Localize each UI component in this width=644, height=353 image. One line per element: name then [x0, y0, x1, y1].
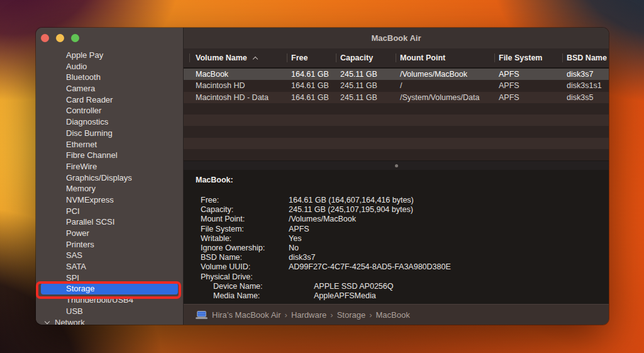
window-title: MacBook Air: [372, 33, 421, 43]
sidebar-item-bluetooth[interactable]: Bluetooth: [36, 72, 183, 83]
detail-value: No: [289, 244, 299, 253]
zoom-button[interactable]: [71, 34, 79, 42]
sidebar-item-apple-pay[interactable]: Apple Pay: [36, 50, 183, 61]
sidebar-item-power[interactable]: Power: [36, 228, 183, 239]
cell: APFS: [494, 80, 562, 91]
column-header-free[interactable]: Free: [287, 48, 336, 67]
column-header-capacity[interactable]: Capacity: [336, 48, 396, 67]
sidebar-item-ethernet[interactable]: Ethernet: [36, 139, 183, 150]
cell: /System/Volumes/Data: [396, 92, 494, 103]
cell: [562, 115, 609, 126]
detail-field-free: Free:164.61 GB (164,607,164,416 bytes): [196, 196, 609, 205]
column-header-volume-name[interactable]: Volume Name: [189, 48, 287, 67]
table-header: Volume NameFreeCapacityMount PointFile S…: [184, 48, 609, 69]
cell: [396, 149, 494, 160]
cell: [494, 115, 562, 126]
breadcrumb-separator: ›: [369, 310, 372, 320]
detail-field-device-name: Device Name:APPLE SSD AP0256Q: [196, 282, 609, 291]
detail-value: AD99F27C-4C7F-4254-8AD5-FA3A980D380E: [289, 262, 451, 272]
table-row-macintosh-hd[interactable]: Macintosh HD164.61 GB245.11 GB/APFSdisk3…: [184, 80, 609, 91]
cell: [336, 103, 396, 115]
sidebar-item-disc-burning[interactable]: Disc Burning: [36, 128, 183, 139]
column-header-bsd-name[interactable]: BSD Name: [562, 48, 609, 67]
column-header-label: Capacity: [340, 53, 373, 62]
cell: [184, 138, 287, 149]
cell: [184, 126, 287, 137]
table-row-empty: [184, 103, 609, 115]
cell: /: [396, 80, 494, 91]
cell: 245.11 GB: [336, 92, 396, 103]
sidebar-item-memory[interactable]: Memory: [36, 183, 183, 194]
cell: [494, 103, 562, 115]
table-row-macbook[interactable]: MacBook164.61 GB245.11 GB/Volumes/MacBoo…: [184, 69, 609, 80]
cell: [287, 103, 336, 115]
cell: 164.61 GB: [287, 69, 336, 80]
table-row-empty: [184, 115, 609, 126]
table-row-empty: [184, 149, 609, 160]
cell: [184, 103, 287, 115]
table-row-empty: [184, 138, 609, 149]
system-information-window: Apple PayAudioBluetoothCameraCard Reader…: [36, 28, 609, 325]
splitter-handle-icon: [395, 164, 398, 167]
cell: [494, 149, 562, 160]
sidebar-item-spi[interactable]: SPI: [36, 272, 183, 284]
sidebar-item-graphics-displays[interactable]: Graphics/Displays: [36, 172, 183, 184]
cell: APFS: [494, 69, 562, 80]
cell: [336, 115, 396, 126]
close-button[interactable]: [41, 34, 49, 42]
detail-value: Yes: [289, 234, 301, 244]
cell: [396, 115, 494, 126]
cell: [184, 115, 287, 126]
sidebar-item-audio[interactable]: Audio: [36, 61, 183, 72]
detail-label: Ignore Ownership:: [201, 244, 289, 253]
minimize-button[interactable]: [56, 34, 64, 42]
cell: [396, 103, 494, 115]
cell: [494, 138, 562, 149]
sidebar-item-pci[interactable]: PCI: [36, 206, 183, 217]
detail-value: /Volumes/MacBook: [289, 215, 356, 224]
cell: Macintosh HD: [184, 80, 287, 91]
cell: 245.11 GB: [336, 69, 396, 80]
cell: [184, 149, 287, 160]
detail-label: Free:: [201, 196, 289, 205]
sidebar-item-nvmexpress[interactable]: NVMExpress: [36, 194, 183, 206]
column-header-label: File System: [499, 53, 542, 62]
volume-table: MacBook164.61 GB245.11 GB/Volumes/MacBoo…: [184, 69, 609, 160]
breadcrumb-item-hira-s-macbook-air: Hira’s MacBook Air: [212, 310, 281, 320]
details-fields: Free:164.61 GB (164,607,164,416 bytes)Ca…: [196, 196, 609, 301]
column-header-file-system[interactable]: File System: [494, 48, 562, 67]
detail-field-ignore-ownership: Ignore Ownership:No: [196, 244, 609, 253]
sidebar-item-fibre-channel[interactable]: Fibre Channel: [36, 150, 183, 161]
pane-splitter[interactable]: [184, 160, 609, 170]
detail-label: Capacity:: [201, 205, 289, 215]
sidebar-item-parallel-scsi[interactable]: Parallel SCSI: [36, 216, 183, 228]
cell: Macintosh HD - Data: [184, 92, 287, 103]
cell: [562, 126, 609, 137]
sidebar-item-camera[interactable]: Camera: [36, 83, 183, 94]
detail-value: APPLE SSD AP0256Q: [314, 282, 393, 291]
cell: APFS: [494, 92, 562, 103]
sidebar-item-thunderbolt-usb4[interactable]: Thunderbolt/USB4: [36, 294, 183, 306]
sidebar-item-sas[interactable]: SAS: [36, 250, 183, 261]
sidebar-item-sata[interactable]: SATA: [36, 261, 183, 272]
cell: [336, 149, 396, 160]
breadcrumb: Hira’s MacBook Air›Hardware›Storage›MacB…: [212, 310, 410, 320]
details-heading: MacBook:: [196, 176, 609, 184]
detail-field-file-system: File System:APFS: [196, 225, 609, 234]
table-row-macintosh-hd-data[interactable]: Macintosh HD - Data164.61 GB245.11 GB/Sy…: [184, 92, 609, 103]
sidebar-item-diagnostics[interactable]: Diagnostics: [36, 116, 183, 128]
detail-label: Physical Drive:: [201, 272, 289, 282]
cell: [287, 138, 336, 149]
sidebar-item-firewire[interactable]: FireWire: [36, 161, 183, 172]
sidebar-group-network[interactable]: Network: [36, 317, 183, 325]
cell: [562, 138, 609, 149]
cell: [396, 126, 494, 137]
sidebar-item-controller[interactable]: Controller: [36, 105, 183, 116]
column-header-label: BSD Name: [567, 53, 607, 62]
detail-value: disk3s7: [289, 253, 315, 262]
sidebar-item-printers[interactable]: Printers: [36, 239, 183, 250]
sidebar-item-card-reader[interactable]: Card Reader: [36, 94, 183, 106]
column-header-mount-point[interactable]: Mount Point: [396, 48, 494, 67]
sidebar-item-storage[interactable]: Storage: [41, 283, 178, 294]
sidebar-item-usb[interactable]: USB: [36, 306, 183, 317]
